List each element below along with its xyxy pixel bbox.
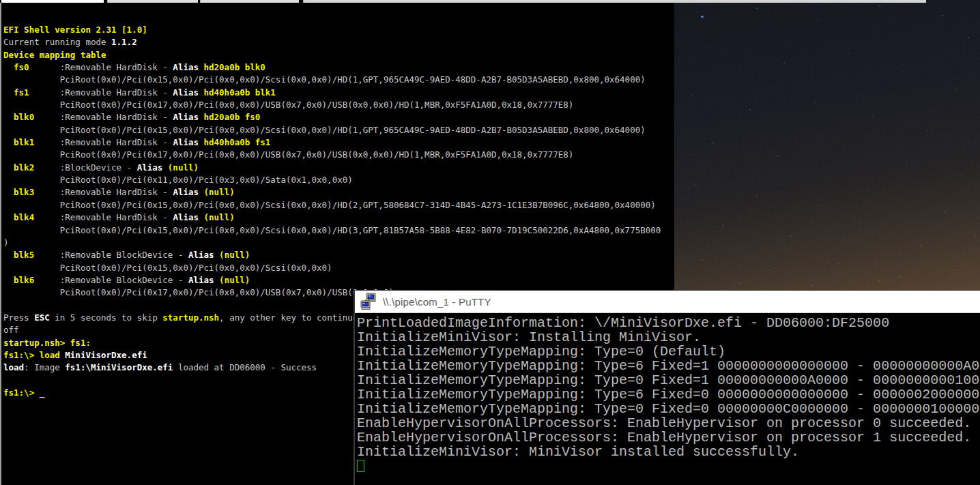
- console-text-segment: PrintLoadedImageInformation: \/MiniVisor…: [357, 315, 889, 331]
- console-text-segment: :Removable HardDisk -: [34, 112, 173, 122]
- console-text-segment: :Removable HardDisk -: [29, 62, 173, 72]
- console-line: PciRoot(0x0)/Pci(0x11,0x0)/Pci(0x3,0x0)/…: [3, 174, 674, 186]
- console-text-segment: Device mapping table: [3, 50, 106, 60]
- console-text-segment: Press: [3, 312, 34, 323]
- putty-titlebar[interactable]: \\.\pipe\com_1 - PuTTY: [355, 291, 980, 313]
- console-text-segment: ): [3, 237, 9, 248]
- console-text-segment: :Removable HardDisk -: [29, 87, 173, 98]
- console-line: InitializeMemoryTypeMapping: Type=0 Fixe…: [357, 373, 980, 387]
- console-text-segment: (null): [204, 187, 235, 197]
- console-text-segment: :Removable HardDisk -: [34, 187, 173, 197]
- console-text-segment: in 5 seconds to skip: [55, 312, 162, 323]
- console-line: blk0 :Removable HardDisk - Alias hd20a0b…: [3, 111, 674, 123]
- putty-icon[interactable]: [360, 293, 378, 310]
- console-text-segment: EnableHypervisorOnAllProcessors: EnableH…: [357, 430, 971, 445]
- console-text-segment: (null): [219, 275, 250, 285]
- console-text-segment: :Removable HardDisk -: [34, 137, 173, 147]
- console-text-segment: Alias: [188, 275, 219, 285]
- console-text-segment: hd20a0b blk0: [204, 62, 265, 72]
- console-text-segment: Alias: [173, 137, 203, 147]
- console-line: PciRoot(0x0)/Pci(0x15,0x0)/Pci(0x0,0x0)/…: [3, 262, 674, 274]
- console-text-segment: hd40h0a0b blk1: [204, 87, 276, 98]
- console-text-segment: startup.nsh: [162, 312, 219, 323]
- console-text-segment: blk1: [14, 137, 34, 147]
- console-line: PrintLoadedImageInformation: \/MiniVisor…: [357, 316, 980, 330]
- console-line: InitializeMiniVisor: MiniVisor installed…: [357, 445, 980, 459]
- console-line: ): [3, 237, 674, 249]
- console-text-segment: InitializeMemoryTypeMapping: Type=0 (Def…: [357, 344, 725, 359]
- console-text-segment: fs1:\>: [3, 387, 40, 398]
- console-line: PciRoot(0x0)/Pci(0x15,0x0)/Pci(0x0,0x0)/…: [3, 74, 674, 86]
- console-text-segment: PciRoot(0x0)/Pci(0x15,0x0)/Pci(0x0,0x0)/…: [3, 200, 656, 210]
- wallpaper-grain: [674, 0, 980, 293]
- console-line: fs1 :Removable HardDisk - Alias hd40h0a0…: [3, 87, 674, 99]
- console-line: fs0 :Removable HardDisk - Alias hd20a0b …: [3, 61, 674, 74]
- putty-window: \\.\pipe\com_1 - PuTTY PrintLoadedImageI…: [354, 290, 980, 485]
- console-text-segment: startup.nsh> fs1:: [3, 338, 91, 348]
- console-text-segment: InitializeMemoryTypeMapping: Type=6 Fixe…: [357, 358, 979, 374]
- console-text-segment: MiniVisorDxe.efi: [65, 350, 147, 360]
- console-text-segment: PciRoot(0x0)/Pci(0x15,0x0)/Pci(0x0,0x0)/…: [3, 225, 661, 235]
- console-text-segment: InitializeMemoryTypeMapping: Type=0 Fixe…: [357, 372, 979, 388]
- console-text-segment: blk4: [14, 212, 34, 222]
- console-text-segment: hd20a0b fs0: [204, 112, 261, 122]
- console-text-segment: [3, 275, 14, 285]
- console-line: PciRoot(0x0)/Pci(0x15,0x0)/Pci(0x0,0x0)/…: [3, 224, 674, 237]
- console-text-segment: Alias: [173, 112, 203, 122]
- console-text-segment: [3, 187, 14, 197]
- console-text-segment: off: [3, 325, 19, 335]
- console-text-segment: :Removable HardDisk -: [34, 212, 173, 222]
- console-text-segment: PciRoot(0x0)/Pci(0x15,0x0)/Pci(0x0,0x0)/…: [3, 74, 646, 85]
- desktop: { "colors": { "efi_grey": "#c8c8c8", "ef…: [0, 0, 980, 485]
- console-text-segment: fs1:\MiniVisorDxe.efi: [65, 362, 173, 372]
- console-text-segment: [3, 250, 14, 260]
- console-line: Current running mode 1.1.2: [3, 36, 674, 48]
- console-text-segment: PciRoot(0x0)/Pci(0x17,0x0)/Pci(0x0,0x0)/…: [3, 287, 394, 297]
- console-text-segment: InitializeMemoryTypeMapping: Type=6 Fixe…: [357, 387, 979, 402]
- console-text-segment: (null): [204, 212, 235, 222]
- console-text-segment: :Removable BlockDevice -: [34, 275, 188, 285]
- putty-block-cursor: [357, 460, 364, 472]
- console-line: Device mapping table: [3, 49, 674, 61]
- console-line: EnableHypervisorOnAllProcessors: EnableH…: [357, 430, 980, 445]
- console-text-segment: Current running mode: [3, 37, 111, 47]
- console-text-segment: PciRoot(0x0)/Pci(0x17,0x0)/Pci(0x0,0x0)/…: [3, 149, 573, 160]
- console-line: blk5 :Removable BlockDevice - Alias (nul…: [3, 249, 674, 261]
- console-text-segment: load: [3, 362, 24, 372]
- console-text-segment: PciRoot(0x0)/Pci(0x15,0x0)/Pci(0x0,0x0)/…: [3, 263, 332, 273]
- console-text-segment: : Image: [24, 362, 65, 372]
- console-text-segment: Alias: [137, 162, 168, 173]
- console-text-segment: blk2: [14, 162, 34, 173]
- putty-title-label: \\.\pipe\com_1 - PuTTY: [383, 296, 491, 308]
- console-text-segment: hd40h0a0b fs1: [204, 137, 271, 147]
- console-line: blk2 :BlockDevice - Alias (null): [3, 162, 674, 174]
- console-line: PciRoot(0x0)/Pci(0x15,0x0)/Pci(0x0,0x0)/…: [3, 124, 674, 136]
- console-text-segment: blk5: [14, 250, 34, 260]
- putty-terminal[interactable]: PrintLoadedImageInformation: \/MiniVisor…: [355, 314, 980, 485]
- console-line: blk4 :Removable HardDisk - Alias (null): [3, 211, 674, 224]
- console-text-segment: [3, 112, 14, 122]
- console-line: blk6 :Removable BlockDevice - Alias (nul…: [3, 274, 674, 286]
- console-text-segment: ESC: [34, 312, 55, 323]
- console-text-segment: Alias: [173, 87, 203, 98]
- console-line: InitializeMemoryTypeMapping: Type=6 Fixe…: [357, 387, 980, 402]
- desktop-wallpaper: [674, 0, 980, 293]
- console-text-segment: blk3: [14, 187, 34, 197]
- console-text-segment: [3, 87, 14, 98]
- console-text-segment: [3, 62, 14, 72]
- console-line: InitializeMiniVisor: Installing MiniViso…: [357, 330, 980, 344]
- console-text-segment: [3, 137, 14, 147]
- console-line: EnableHypervisorOnAllProcessors: EnableH…: [357, 416, 980, 430]
- console-text-segment: _: [40, 387, 45, 398]
- console-text-segment: PciRoot(0x0)/Pci(0x17,0x0)/Pci(0x0,0x0)/…: [3, 100, 573, 110]
- console-text-segment: [3, 162, 14, 173]
- console-text-segment: EFI Shell version 2.31 [1.0]: [3, 25, 147, 35]
- console-line: blk3 :Removable HardDisk - Alias (null): [3, 186, 674, 199]
- console-text-segment: blk6: [14, 275, 34, 285]
- console-text-segment: :BlockDevice -: [34, 162, 137, 173]
- console-line: InitializeMemoryTypeMapping: Type=0 Fixe…: [357, 402, 980, 416]
- console-text-segment: (null): [219, 250, 250, 260]
- putty-log-lines: PrintLoadedImageInformation: \/MiniVisor…: [357, 316, 980, 459]
- console-text-segment: 1.1.2: [111, 37, 137, 47]
- console-text-segment: PciRoot(0x0)/Pci(0x11,0x0)/Pci(0x3,0x0)/…: [3, 175, 353, 185]
